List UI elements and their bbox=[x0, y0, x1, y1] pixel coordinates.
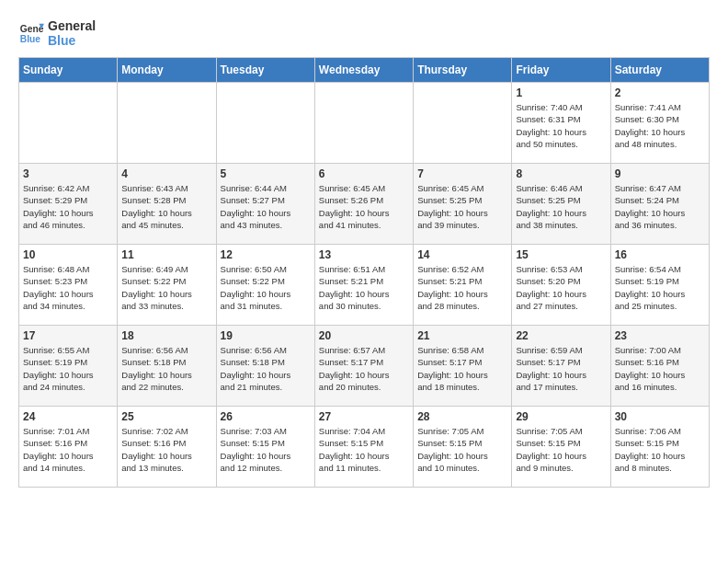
day-info: Sunrise: 6:46 AMSunset: 5:25 PMDaylight:… bbox=[516, 182, 606, 231]
weekday-header-row: SundayMondayTuesdayWednesdayThursdayFrid… bbox=[19, 58, 710, 83]
day-number: 23 bbox=[615, 329, 705, 342]
day-info: Sunrise: 7:03 AMSunset: 5:15 PMDaylight:… bbox=[221, 425, 311, 474]
day-info: Sunrise: 7:05 AMSunset: 5:15 PMDaylight:… bbox=[516, 425, 606, 474]
day-info: Sunrise: 6:53 AMSunset: 5:20 PMDaylight:… bbox=[516, 263, 606, 312]
day-number: 19 bbox=[221, 329, 311, 342]
calendar-cell bbox=[216, 83, 314, 164]
calendar-cell: 25Sunrise: 7:02 AMSunset: 5:16 PMDayligh… bbox=[118, 407, 216, 488]
day-info: Sunrise: 6:52 AMSunset: 5:21 PMDaylight:… bbox=[417, 263, 507, 312]
calendar-cell: 22Sunrise: 6:59 AMSunset: 5:17 PMDayligh… bbox=[512, 326, 610, 407]
day-number: 15 bbox=[516, 248, 606, 261]
calendar-cell: 17Sunrise: 6:55 AMSunset: 5:19 PMDayligh… bbox=[19, 326, 118, 407]
day-info: Sunrise: 7:04 AMSunset: 5:15 PMDaylight:… bbox=[319, 425, 409, 474]
day-number: 25 bbox=[121, 410, 211, 423]
weekday-header-sunday: Sunday bbox=[19, 58, 118, 83]
day-info: Sunrise: 7:06 AMSunset: 5:15 PMDaylight:… bbox=[615, 425, 705, 474]
weekday-header-saturday: Saturday bbox=[610, 58, 709, 83]
calendar-cell bbox=[118, 83, 216, 164]
week-row-5: 24Sunrise: 7:01 AMSunset: 5:16 PMDayligh… bbox=[19, 407, 710, 488]
week-row-1: 1Sunrise: 7:40 AMSunset: 6:31 PMDaylight… bbox=[19, 83, 710, 164]
calendar-cell: 1Sunrise: 7:40 AMSunset: 6:31 PMDaylight… bbox=[512, 83, 610, 164]
weekday-header-tuesday: Tuesday bbox=[216, 58, 314, 83]
calendar-cell: 14Sunrise: 6:52 AMSunset: 5:21 PMDayligh… bbox=[414, 245, 512, 326]
calendar-cell: 2Sunrise: 7:41 AMSunset: 6:30 PMDaylight… bbox=[610, 83, 709, 164]
day-number: 8 bbox=[516, 167, 606, 180]
day-number: 17 bbox=[23, 329, 113, 342]
calendar-cell: 30Sunrise: 7:06 AMSunset: 5:15 PMDayligh… bbox=[610, 407, 709, 488]
day-info: Sunrise: 6:50 AMSunset: 5:22 PMDaylight:… bbox=[221, 263, 311, 312]
day-number: 26 bbox=[221, 410, 311, 423]
day-info: Sunrise: 7:02 AMSunset: 5:16 PMDaylight:… bbox=[121, 425, 211, 474]
calendar-cell: 24Sunrise: 7:01 AMSunset: 5:16 PMDayligh… bbox=[19, 407, 118, 488]
calendar-cell: 7Sunrise: 6:45 AMSunset: 5:25 PMDaylight… bbox=[414, 164, 512, 245]
calendar-cell bbox=[414, 83, 512, 164]
calendar-cell: 20Sunrise: 6:57 AMSunset: 5:17 PMDayligh… bbox=[314, 326, 413, 407]
day-info: Sunrise: 6:48 AMSunset: 5:23 PMDaylight:… bbox=[23, 263, 113, 312]
day-info: Sunrise: 6:49 AMSunset: 5:22 PMDaylight:… bbox=[121, 263, 211, 312]
day-info: Sunrise: 6:58 AMSunset: 5:17 PMDaylight:… bbox=[417, 344, 507, 393]
calendar-cell: 11Sunrise: 6:49 AMSunset: 5:22 PMDayligh… bbox=[118, 245, 216, 326]
weekday-header-friday: Friday bbox=[512, 58, 610, 83]
calendar-cell: 29Sunrise: 7:05 AMSunset: 5:15 PMDayligh… bbox=[512, 407, 610, 488]
weekday-header-thursday: Thursday bbox=[414, 58, 512, 83]
day-info: Sunrise: 6:56 AMSunset: 5:18 PMDaylight:… bbox=[221, 344, 311, 393]
calendar-cell: 27Sunrise: 7:04 AMSunset: 5:15 PMDayligh… bbox=[314, 407, 413, 488]
calendar-cell: 6Sunrise: 6:45 AMSunset: 5:26 PMDaylight… bbox=[314, 164, 413, 245]
day-info: Sunrise: 6:45 AMSunset: 5:26 PMDaylight:… bbox=[319, 182, 409, 231]
day-info: Sunrise: 7:41 AMSunset: 6:30 PMDaylight:… bbox=[615, 101, 705, 150]
calendar-cell bbox=[19, 83, 118, 164]
day-info: Sunrise: 6:57 AMSunset: 5:17 PMDaylight:… bbox=[319, 344, 409, 393]
day-number: 7 bbox=[417, 167, 507, 180]
day-info: Sunrise: 6:59 AMSunset: 5:17 PMDaylight:… bbox=[516, 344, 606, 393]
calendar-cell: 3Sunrise: 6:42 AMSunset: 5:29 PMDaylight… bbox=[19, 164, 118, 245]
calendar-cell: 4Sunrise: 6:43 AMSunset: 5:28 PMDaylight… bbox=[118, 164, 216, 245]
day-number: 5 bbox=[221, 167, 311, 180]
calendar-cell: 21Sunrise: 6:58 AMSunset: 5:17 PMDayligh… bbox=[414, 326, 512, 407]
calendar-table: SundayMondayTuesdayWednesdayThursdayFrid… bbox=[18, 57, 710, 488]
day-number: 4 bbox=[121, 167, 211, 180]
day-number: 9 bbox=[615, 167, 705, 180]
calendar-cell: 12Sunrise: 6:50 AMSunset: 5:22 PMDayligh… bbox=[216, 245, 314, 326]
calendar-cell: 15Sunrise: 6:53 AMSunset: 5:20 PMDayligh… bbox=[512, 245, 610, 326]
day-info: Sunrise: 7:01 AMSunset: 5:16 PMDaylight:… bbox=[23, 425, 113, 474]
day-number: 13 bbox=[319, 248, 409, 261]
calendar-cell: 9Sunrise: 6:47 AMSunset: 5:24 PMDaylight… bbox=[610, 164, 709, 245]
calendar-cell: 26Sunrise: 7:03 AMSunset: 5:15 PMDayligh… bbox=[216, 407, 314, 488]
calendar-cell bbox=[314, 83, 413, 164]
day-number: 30 bbox=[615, 410, 705, 423]
day-info: Sunrise: 6:43 AMSunset: 5:28 PMDaylight:… bbox=[121, 182, 211, 231]
logo: General Blue General Blue bbox=[18, 18, 96, 48]
day-number: 24 bbox=[23, 410, 113, 423]
day-number: 16 bbox=[615, 248, 705, 261]
day-info: Sunrise: 6:51 AMSunset: 5:21 PMDaylight:… bbox=[319, 263, 409, 312]
day-number: 3 bbox=[23, 167, 113, 180]
day-number: 18 bbox=[121, 329, 211, 342]
day-number: 10 bbox=[23, 248, 113, 261]
weekday-header-monday: Monday bbox=[118, 58, 216, 83]
header: General Blue General Blue bbox=[18, 18, 710, 48]
calendar-cell: 13Sunrise: 6:51 AMSunset: 5:21 PMDayligh… bbox=[314, 245, 413, 326]
day-number: 21 bbox=[417, 329, 507, 342]
svg-text:Blue: Blue bbox=[20, 34, 41, 44]
week-row-2: 3Sunrise: 6:42 AMSunset: 5:29 PMDaylight… bbox=[19, 164, 710, 245]
day-info: Sunrise: 7:00 AMSunset: 5:16 PMDaylight:… bbox=[615, 344, 705, 393]
day-number: 27 bbox=[319, 410, 409, 423]
day-info: Sunrise: 6:44 AMSunset: 5:27 PMDaylight:… bbox=[221, 182, 311, 231]
day-info: Sunrise: 7:40 AMSunset: 6:31 PMDaylight:… bbox=[516, 101, 606, 150]
weekday-header-wednesday: Wednesday bbox=[314, 58, 413, 83]
day-info: Sunrise: 6:55 AMSunset: 5:19 PMDaylight:… bbox=[23, 344, 113, 393]
day-number: 2 bbox=[615, 86, 705, 99]
calendar-cell: 18Sunrise: 6:56 AMSunset: 5:18 PMDayligh… bbox=[118, 326, 216, 407]
week-row-4: 17Sunrise: 6:55 AMSunset: 5:19 PMDayligh… bbox=[19, 326, 710, 407]
day-number: 11 bbox=[121, 248, 211, 261]
calendar-cell: 28Sunrise: 7:05 AMSunset: 5:15 PMDayligh… bbox=[414, 407, 512, 488]
day-info: Sunrise: 6:47 AMSunset: 5:24 PMDaylight:… bbox=[615, 182, 705, 231]
day-number: 28 bbox=[417, 410, 507, 423]
calendar-cell: 23Sunrise: 7:00 AMSunset: 5:16 PMDayligh… bbox=[610, 326, 709, 407]
logo-icon: General Blue bbox=[18, 20, 44, 46]
day-number: 20 bbox=[319, 329, 409, 342]
week-row-3: 10Sunrise: 6:48 AMSunset: 5:23 PMDayligh… bbox=[19, 245, 710, 326]
day-info: Sunrise: 6:45 AMSunset: 5:25 PMDaylight:… bbox=[417, 182, 507, 231]
day-number: 29 bbox=[516, 410, 606, 423]
day-info: Sunrise: 7:05 AMSunset: 5:15 PMDaylight:… bbox=[417, 425, 507, 474]
